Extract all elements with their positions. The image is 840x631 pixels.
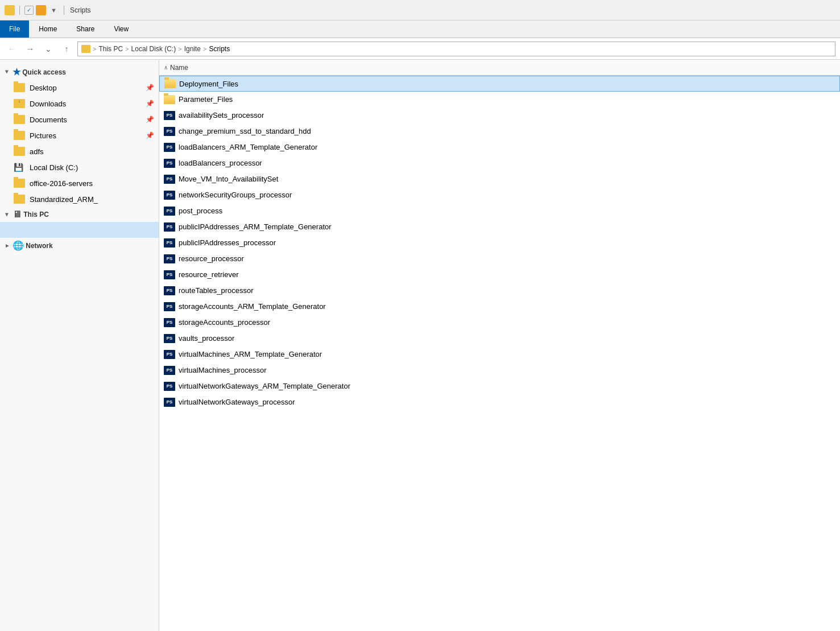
sidebar-item-pictures[interactable]: Pictures 📌 (0, 127, 159, 143)
this-pc-icon: 🖥 (13, 209, 22, 220)
file-item-name: storageAccounts_ARM_Template_Generator (179, 302, 326, 311)
sidebar-item-adfs[interactable]: adfs (0, 143, 159, 159)
sidebar-item-standardized[interactable]: Standardized_ARM_ (0, 191, 159, 207)
table-row[interactable]: PS post_process (159, 203, 840, 219)
sidebar-item-downloads[interactable]: Downloads 📌 (0, 96, 159, 112)
file-item-name: virtualNetworkGateways_ARM_Template_Gene… (179, 382, 350, 390)
main-area: ► ★ Quick access Desktop 📌 Downloads 📌 D… (0, 60, 840, 631)
table-row[interactable]: PS virtualNetworkGateways_processor (159, 394, 840, 410)
ps-script-icon: PS (164, 270, 175, 279)
table-row[interactable]: Deployment_Files (159, 76, 840, 92)
file-item-name: virtualMachines_processor (179, 366, 267, 374)
file-item-name: resource_processor (179, 254, 244, 263)
table-row[interactable]: PS virtualNetworkGateways_ARM_Template_G… (159, 378, 840, 394)
tab-file[interactable]: File (0, 20, 29, 38)
local-disk-icon: 💾 (14, 163, 23, 172)
path-local-disk[interactable]: Local Disk (C:) (131, 45, 176, 53)
sidebar-item-documents[interactable]: Documents 📌 (0, 112, 159, 127)
title-divider (19, 6, 20, 15)
downloads-folder-icon (14, 99, 25, 108)
file-item-name: virtualMachines_ARM_Template_Generator (179, 350, 322, 358)
table-row[interactable]: PS availabilitySets_processor (159, 108, 840, 123)
table-row[interactable]: PS storageAccounts_ARM_Template_Generato… (159, 299, 840, 315)
table-row[interactable]: PS Move_VM_Into_AvailabilitySet (159, 171, 840, 187)
column-header[interactable]: ∧ Name (159, 60, 840, 76)
file-item-name: resource_retriever (179, 270, 239, 279)
path-this-pc[interactable]: This PC (98, 45, 123, 53)
sidebar-this-pc-header[interactable]: ► 🖥 This PC (0, 207, 159, 222)
table-row[interactable]: PS routeTables_processor (159, 283, 840, 299)
path-sep4: > (203, 46, 206, 52)
path-folder-icon (81, 45, 90, 53)
table-row[interactable]: PS publicIPAddresses_ARM_Template_Genera… (159, 219, 840, 235)
network-chevron: ► (5, 242, 10, 249)
sidebar-item-office-label: office-2016-servers (30, 179, 93, 188)
table-row[interactable]: PS loadBalancers_ARM_Template_Generator (159, 139, 840, 155)
file-item-name: publicIPAddresses_ARM_Template_Generator (179, 222, 332, 231)
ps-script-icon: PS (164, 318, 175, 327)
sidebar-item-this-pc-selected[interactable] (0, 222, 159, 238)
table-row[interactable]: PS storageAccounts_processor (159, 315, 840, 331)
pictures-pin-icon: 📌 (146, 131, 154, 139)
sidebar: ► ★ Quick access Desktop 📌 Downloads 📌 D… (0, 60, 159, 631)
table-row[interactable]: Parameter_Files (159, 92, 840, 108)
file-item-name: virtualNetworkGateways_processor (179, 398, 295, 406)
up-button[interactable]: ↑ (59, 42, 74, 56)
standardized-folder-icon (14, 195, 25, 204)
folder-icon (164, 79, 176, 88)
tab-view[interactable]: View (104, 20, 138, 38)
file-item-name: loadBalancers_processor (179, 159, 262, 167)
path-sep2: > (125, 46, 129, 52)
file-item-name: Deployment_Files (179, 80, 238, 88)
tab-home[interactable]: Home (29, 20, 67, 38)
path-scripts[interactable]: Scripts (209, 45, 230, 53)
network-label: Network (26, 242, 52, 250)
sidebar-item-office[interactable]: office-2016-servers (0, 175, 159, 191)
sidebar-item-downloads-label: Downloads (30, 100, 66, 108)
address-path[interactable]: > This PC > Local Disk (C:) > Ignite > S… (77, 42, 835, 56)
table-row[interactable]: PS publicIPAddresses_processor (159, 235, 840, 251)
tab-share[interactable]: Share (67, 20, 104, 38)
table-row[interactable]: PS loadBalancers_processor (159, 155, 840, 171)
path-ignite[interactable]: Ignite (184, 45, 201, 53)
ps-script-icon: PS (164, 222, 175, 232)
recent-locations-button[interactable]: ⌄ (41, 42, 56, 56)
file-list: Deployment_Files Parameter_Files PS avai… (159, 76, 840, 410)
file-item-name: Move_VM_Into_AvailabilitySet (179, 175, 278, 183)
table-row[interactable]: PS resource_retriever (159, 267, 840, 283)
sidebar-item-desktop[interactable]: Desktop 📌 (0, 80, 159, 96)
back-button[interactable]: ← (5, 42, 19, 56)
sidebar-network-header[interactable]: ► 🌐 Network (0, 238, 159, 253)
title-bar-icons: ✓ ▼ (5, 5, 67, 15)
title-divider2 (64, 6, 64, 15)
ribbon-tabs: File Home Share View (0, 20, 840, 38)
content-pane: ∧ Name Deployment_Files Parameter_Files (159, 60, 840, 631)
table-row[interactable]: PS virtualMachines_ARM_Template_Generato… (159, 347, 840, 362)
file-item-name: post_process (179, 207, 222, 215)
sidebar-item-documents-label: Documents (30, 116, 67, 124)
ps-script-icon: PS (164, 111, 175, 120)
office-folder-icon (14, 179, 25, 188)
ps-script-icon: PS (164, 175, 175, 184)
ps-script-icon: PS (164, 334, 175, 343)
table-row[interactable]: PS resource_processor (159, 251, 840, 267)
table-row[interactable]: PS networkSecurityGroups_processor (159, 187, 840, 203)
title-dropdown-arrow[interactable]: ▼ (51, 7, 57, 14)
sidebar-item-adfs-label: adfs (30, 147, 44, 156)
file-item-name: storageAccounts_processor (179, 318, 270, 327)
window-title: Scripts (70, 6, 91, 14)
adfs-folder-icon (14, 147, 25, 156)
path-sep1: > (93, 46, 96, 52)
table-row[interactable]: PS change_premium_ssd_to_standard_hdd (159, 123, 840, 139)
ps-script-icon: PS (164, 207, 175, 216)
sidebar-quick-access-header[interactable]: ► ★ Quick access (0, 64, 159, 80)
table-row[interactable]: PS vaults_processor (159, 331, 840, 347)
this-pc-chevron: ► (4, 212, 10, 217)
table-row[interactable]: PS virtualMachines_processor (159, 362, 840, 378)
title-check-icon: ✓ (24, 6, 34, 15)
ps-script-icon: PS (164, 302, 175, 311)
forward-button[interactable]: → (23, 42, 38, 56)
column-name-label: Name (170, 64, 188, 72)
pictures-folder-icon (14, 131, 25, 140)
sidebar-item-local-disk[interactable]: 💾 Local Disk (C:) (0, 159, 159, 175)
